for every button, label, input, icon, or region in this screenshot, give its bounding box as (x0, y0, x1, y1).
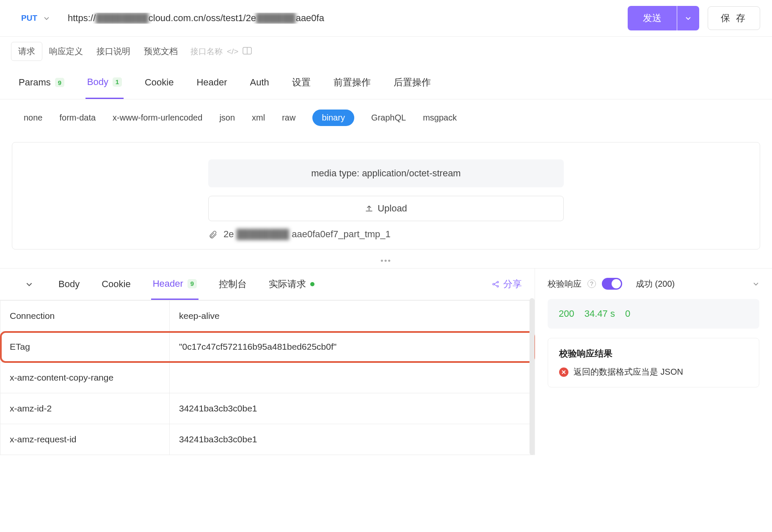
header-key: x-amz-content-copy-range (0, 362, 170, 393)
doc-toolbar: 请求 响应定义 接口说明 预览文档 接口名称 </> (0, 37, 772, 66)
request-topbar: PUT https:// ████████ cloud.com.cn/oss/t… (0, 0, 772, 37)
body-type-graphql[interactable]: GraphQL (371, 113, 406, 123)
url-redacted: ██████ (256, 13, 296, 24)
error-icon: ✕ (559, 367, 568, 377)
body-type-xml[interactable]: xml (252, 113, 265, 123)
body-type-none[interactable]: none (24, 113, 43, 123)
validation-result-card: 校验响应结果 ✕ 返回的数据格式应当是 JSON (548, 338, 759, 387)
tab-params[interactable]: Params 9 (17, 67, 66, 98)
url-redacted: ████████ (96, 13, 149, 24)
collapse-response-button[interactable] (13, 271, 38, 297)
body-type-msgpack[interactable]: msgpack (423, 113, 457, 123)
resp-tab-actual-request[interactable]: 实际请求 (267, 269, 316, 300)
media-type-display: media type: application/octet-stream (208, 159, 564, 187)
uploaded-file: 2e ████████ aae0fa0ef7_part_tmp_1 (208, 229, 564, 240)
header-value (170, 362, 535, 393)
tab-post-op[interactable]: 后置操作 (392, 66, 433, 99)
chevron-down-icon (685, 15, 692, 22)
header-key: x-amz-request-id (0, 424, 170, 455)
tab-body[interactable]: Body 1 (85, 66, 124, 99)
url-part: cloud.com.cn/oss/test1/2e (149, 13, 256, 24)
tab-pre-op[interactable]: 前置操作 (332, 66, 372, 99)
chevron-down-icon[interactable] (753, 280, 759, 287)
panel-icon[interactable] (243, 47, 252, 55)
body-type-form-data[interactable]: form-data (60, 113, 96, 123)
http-method-value: PUT (21, 14, 37, 23)
body-type-binary[interactable]: binary (312, 110, 354, 126)
code-icon[interactable]: </> (227, 47, 238, 56)
scrollbar-track[interactable] (529, 298, 535, 455)
resp-tab-body[interactable]: Body (57, 269, 81, 299)
body-type-raw[interactable]: raw (282, 113, 295, 123)
save-button[interactable]: 保 存 (708, 6, 760, 30)
body-type-json[interactable]: json (219, 113, 235, 123)
share-label: 分享 (503, 278, 522, 291)
status-code: 200 (559, 308, 574, 319)
tab-label: Body (87, 77, 108, 88)
tab-response-def[interactable]: 响应定义 (42, 42, 90, 60)
header-value: 34241ba3cb3c0be1 (170, 393, 535, 424)
response-right-panel: 校验响应 ? 成功 (200) 200 34.47 s 0 校验响应结果 ✕ 返… (535, 269, 772, 455)
status-dot-icon (310, 282, 314, 286)
url-part: aae0fa (296, 13, 324, 24)
table-row: x-amz-id-234241ba3cb3c0be1 (0, 393, 535, 424)
chevron-down-icon (25, 280, 33, 288)
send-button[interactable]: 发送 (628, 6, 677, 30)
tab-label: 实际请求 (269, 278, 306, 291)
tab-label: Params (19, 77, 51, 88)
resp-tab-header[interactable]: Header 9 (151, 269, 199, 300)
expected-status-select[interactable]: 成功 (200) (636, 278, 675, 290)
url-input[interactable]: https:// ████████ cloud.com.cn/oss/test1… (68, 13, 619, 24)
badge-count: 1 (113, 77, 122, 87)
tab-api-desc[interactable]: 接口说明 (90, 42, 137, 60)
tab-cookie[interactable]: Cookie (143, 67, 175, 98)
request-tabs: Params 9 Body 1 Cookie Header Auth 设置 前置… (0, 66, 772, 99)
http-method-select[interactable]: PUT (12, 8, 59, 28)
resp-tab-console[interactable]: 控制台 (217, 269, 248, 300)
table-row: x-amz-request-id34241ba3cb3c0be1 (0, 424, 535, 455)
tab-preview-doc[interactable]: 预览文档 (137, 42, 185, 60)
svg-point-3 (497, 281, 499, 283)
resize-handle[interactable]: ••• (0, 254, 772, 268)
svg-point-4 (497, 285, 499, 287)
body-content-panel: media type: application/octet-stream Upl… (12, 142, 760, 250)
share-icon (491, 280, 500, 288)
response-left-panel: Body Cookie Header 9 控制台 实际请求 分享 Connect… (0, 269, 535, 455)
url-part: https:// (68, 13, 96, 24)
send-dropdown-button[interactable] (677, 6, 699, 30)
response-headers-table: Connectionkeep-aliveETag"0c17c47cf572116… (0, 300, 535, 455)
badge-count: 9 (55, 78, 64, 87)
tab-label: Header (153, 278, 183, 289)
header-key: x-amz-id-2 (0, 393, 170, 424)
validate-toggle[interactable] (602, 278, 622, 290)
body-type-selector: none form-data x-www-form-urlencoded jso… (0, 99, 772, 136)
status-size: 0 (625, 308, 630, 319)
validation-error-text: 返回的数据格式应当是 JSON (573, 366, 683, 378)
tab-settings[interactable]: 设置 (290, 66, 312, 99)
tab-header[interactable]: Header (195, 67, 229, 98)
response-status-card: 200 34.47 s 0 (548, 299, 759, 329)
tab-request[interactable]: 请求 (11, 42, 42, 61)
resp-tab-cookie[interactable]: Cookie (100, 269, 132, 299)
validate-response-row: 校验响应 ? 成功 (200) (548, 278, 759, 290)
file-name-part: aae0fa0ef7_part_tmp_1 (292, 229, 391, 240)
tab-auth[interactable]: Auth (248, 67, 271, 98)
table-row: ETag"0c17c47cf572116b95a481bed625cb0f" (0, 332, 535, 362)
svg-point-2 (493, 283, 494, 285)
response-area: Body Cookie Header 9 控制台 实际请求 分享 Connect… (0, 268, 772, 455)
status-time: 34.47 s (585, 308, 615, 319)
badge-count: 9 (187, 279, 197, 288)
upload-button[interactable]: Upload (208, 196, 564, 221)
header-value: "0c17c47cf572116b95a481bed625cb0f" (170, 332, 535, 362)
upload-label: Upload (378, 203, 407, 214)
header-key: Connection (0, 301, 170, 332)
validation-result-title: 校验响应结果 (559, 348, 748, 359)
validate-label: 校验响应 (548, 278, 582, 290)
attachment-icon (208, 230, 218, 239)
help-icon[interactable]: ? (587, 280, 596, 288)
header-value: 34241ba3cb3c0be1 (170, 424, 535, 455)
body-type-xwww[interactable]: x-www-form-urlencoded (113, 113, 202, 123)
share-button[interactable]: 分享 (491, 278, 522, 291)
upload-icon (365, 204, 373, 213)
table-row: Connectionkeep-alive (0, 301, 535, 332)
